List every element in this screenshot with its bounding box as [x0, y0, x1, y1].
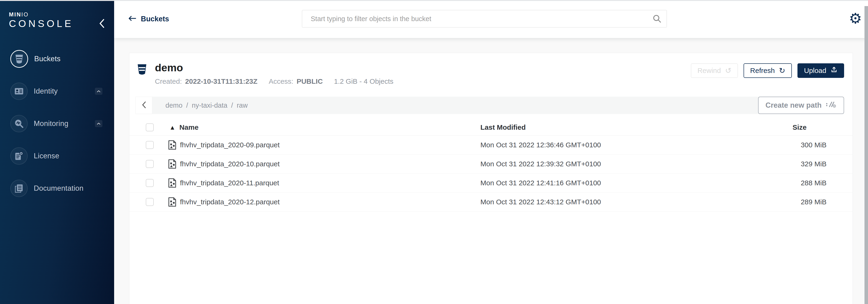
identity-card-icon [10, 83, 28, 100]
file-object-icon [168, 178, 176, 188]
object-name: fhvhv_tripdata_2020-09.parquet [180, 141, 280, 149]
sidebar-item-buckets[interactable]: Buckets [0, 43, 114, 75]
row-checkbox[interactable] [146, 160, 154, 168]
upload-button[interactable]: Upload [798, 63, 844, 78]
access-value: PUBLIC [297, 77, 323, 85]
sidebar-item-label: Monitoring [34, 119, 68, 128]
row-checkbox[interactable] [146, 141, 154, 149]
chevron-left-icon [142, 101, 146, 109]
sidebar-item-license[interactable]: License [0, 140, 114, 172]
new-path-icon [826, 101, 837, 110]
object-size: 329 MiB [783, 160, 852, 168]
documentation-pages-icon [10, 180, 28, 197]
bucket-browser-card: demo Created:2022-10-31T11:31:23Z Access… [129, 53, 853, 304]
object-last-modified: Mon Oct 31 2022 12:39:32 GMT+0100 [480, 160, 783, 168]
object-last-modified: Mon Oct 31 2022 12:41:16 GMT+0100 [480, 179, 783, 187]
upload-icon [831, 66, 838, 75]
search-icon [653, 15, 661, 23]
bucket-header: demo Created:2022-10-31T11:31:23Z Access… [137, 62, 394, 85]
brand-text-light: IO [21, 11, 29, 18]
sidebar-item-label: License [34, 152, 59, 160]
monitoring-expand-toggle[interactable] [95, 120, 102, 127]
gear-icon: ⚙ [849, 10, 862, 27]
vertical-scrollbar[interactable] [865, 6, 868, 304]
sidebar-item-documentation[interactable]: Documentation [0, 172, 114, 204]
last-modified-column-header[interactable]: Last Modified [480, 123, 783, 131]
minio-console-app: MINIO CONSOLE Buckets Identity [0, 0, 868, 304]
bucket-header-text: demo Created:2022-10-31T11:31:23Z Access… [155, 62, 394, 85]
size-column-header[interactable]: Size [783, 123, 852, 131]
created-group: Created:2022-10-31T11:31:23Z [155, 77, 257, 85]
refresh-button-label: Refresh [750, 66, 775, 75]
sidebar-nav: Buckets Identity Monitoring [0, 43, 114, 204]
row-checkbox[interactable] [146, 179, 154, 187]
objects-table-header: ▲ Name Last Modified Size [129, 119, 852, 136]
breadcrumb-separator: / [231, 102, 233, 109]
table-row[interactable]: fhvhv_tripdata_2020-12.parquet Mon Oct 3… [129, 193, 852, 212]
identity-expand-toggle[interactable] [95, 88, 102, 95]
name-column-label: Name [179, 123, 198, 131]
select-all-checkbox[interactable] [146, 123, 154, 131]
create-new-path-label: Create new path [766, 101, 822, 110]
created-value: 2022-10-31T11:31:23Z [185, 77, 257, 85]
breadcrumb: demo / ny-taxi-data / raw [152, 96, 765, 114]
minio-brand: MINIO [9, 12, 73, 17]
bucket-title: demo [155, 62, 394, 74]
console-wordmark: CONSOLE [9, 19, 73, 29]
breadcrumb-segment-current[interactable]: raw [237, 102, 248, 109]
bucket-actions: Rewind ↺ Refresh ↻ Upload [691, 63, 844, 78]
back-button-label: Buckets [141, 15, 169, 23]
table-row[interactable]: fhvhv_tripdata_2020-10.parquet Mon Oct 3… [129, 155, 852, 173]
minio-console-logo: MINIO CONSOLE [9, 12, 73, 29]
file-object-icon [168, 197, 176, 207]
breadcrumb-separator: / [186, 102, 188, 109]
object-size: 289 MiB [783, 198, 852, 206]
chevron-up-icon [97, 90, 100, 93]
license-certificate-icon [10, 147, 28, 165]
object-name: fhvhv_tripdata_2020-10.parquet [180, 160, 280, 168]
breadcrumb-segment-folder[interactable]: ny-taxi-data [192, 102, 227, 109]
sidebar-item-label: Buckets [34, 55, 60, 63]
upload-button-label: Upload [804, 66, 826, 75]
row-checkbox[interactable] [146, 198, 154, 206]
sidebar-item-identity[interactable]: Identity [0, 75, 114, 107]
refresh-icon: ↻ [779, 67, 785, 74]
refresh-button[interactable]: Refresh ↻ [744, 63, 792, 78]
rewind-button-label: Rewind [698, 66, 721, 75]
sidebar-item-label: Identity [34, 87, 58, 95]
monitoring-magnifier-icon [10, 115, 28, 132]
bucket-metadata: Created:2022-10-31T11:31:23Z Access:PUBL… [155, 77, 394, 85]
search-input[interactable] [310, 15, 653, 23]
window-top-border [0, 0, 868, 1]
object-name: fhvhv_tripdata_2020-11.parquet [180, 179, 279, 187]
arrow-left-icon [128, 15, 136, 23]
table-row[interactable]: fhvhv_tripdata_2020-11.parquet Mon Oct 3… [129, 173, 852, 193]
settings-button[interactable]: ⚙ [849, 11, 862, 26]
sort-asc-icon: ▲ [170, 125, 174, 130]
rewind-button[interactable]: Rewind ↺ [691, 63, 738, 78]
chevron-left-icon [99, 25, 105, 29]
file-object-icon [168, 159, 176, 169]
top-toolbar: Buckets ⚙ [114, 0, 868, 38]
sidebar-collapse-button[interactable] [99, 19, 105, 29]
object-last-modified: Mon Oct 31 2022 12:36:46 GMT+0100 [480, 141, 783, 149]
rewind-icon: ↺ [725, 67, 732, 74]
object-name: fhvhv_tripdata_2020-12.parquet [180, 198, 280, 206]
brand-text-heavy: MIN [9, 11, 21, 18]
file-object-icon [168, 140, 176, 150]
name-column-header[interactable]: ▲ Name [168, 123, 480, 131]
sidebar-item-label: Documentation [34, 184, 84, 193]
created-label: Created: [155, 77, 182, 85]
path-back-button[interactable] [135, 96, 152, 114]
path-bar: demo / ny-taxi-data / raw [135, 96, 765, 114]
object-filter-searchbox [302, 10, 667, 28]
object-size: 300 MiB [783, 141, 852, 149]
chevron-up-icon [97, 122, 100, 126]
table-row[interactable]: fhvhv_tripdata_2020-09.parquet Mon Oct 3… [129, 136, 852, 155]
create-new-path-button[interactable]: Create new path [758, 96, 844, 114]
back-to-buckets-button[interactable]: Buckets [128, 0, 169, 38]
breadcrumb-segment-bucket[interactable]: demo [165, 102, 183, 109]
access-group: Access:PUBLIC [269, 77, 323, 85]
sidebar-item-monitoring[interactable]: Monitoring [0, 107, 114, 140]
usage-summary: 1.2 GiB - 4 Objects [334, 77, 393, 85]
